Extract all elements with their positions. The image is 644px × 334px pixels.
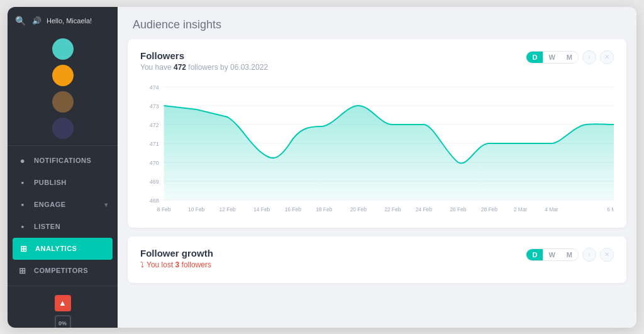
sidebar-item-competitors[interactable]: ⊞ COMPETITORS — [8, 260, 118, 282]
search-icon[interactable]: 🔍 — [13, 13, 28, 28]
svg-text:8 Feb: 8 Feb — [157, 206, 171, 212]
growth-card-header: Follower growth ⤵ You lost 3 followers D… — [140, 248, 614, 269]
avatar-3[interactable] — [52, 91, 74, 113]
listen-icon: ▪ — [18, 222, 28, 231]
avatar-1[interactable] — [52, 38, 74, 60]
sidebar-item-notifications[interactable]: ● NOTIFICATIONS — [8, 150, 118, 172]
svg-text:26 Feb: 26 Feb — [450, 206, 466, 212]
publish-icon: ▪ — [18, 178, 28, 187]
sidebar: 🔍 🔊 Hello, Micaela! ● NOTIFICATIONS ▪ PU… — [8, 7, 118, 328]
growth-arrow-icon: ⤵ — [140, 260, 144, 269]
growth-chart-next-btn[interactable]: ✕ — [600, 248, 614, 262]
sidebar-top-row: 🔍 🔊 Hello, Micaela! — [8, 7, 118, 32]
followers-card: Followers You have 472 followers by 06.0… — [128, 39, 626, 228]
svg-text:14 Feb: 14 Feb — [253, 206, 270, 212]
growth-toggle-group: D W M ‹ ✕ — [526, 248, 614, 262]
lost-count: 3 — [175, 260, 180, 269]
nav-items: ● NOTIFICATIONS ▪ PUBLISH ▪ ENGAGE ▾ ▪ L… — [8, 146, 118, 286]
avatar-2[interactable] — [52, 65, 74, 86]
svg-text:6 Mar: 6 Mar — [607, 206, 614, 212]
followers-toggle: D W M — [526, 51, 579, 64]
followers-card-left: Followers You have 472 followers by 06.0… — [140, 50, 268, 72]
percent-badge[interactable]: 0% — [55, 315, 71, 328]
svg-text:4 Mar: 4 Mar — [545, 206, 558, 212]
competitors-icon: ⊞ — [18, 266, 28, 276]
followers-chart-svg: 474 473 472 471 470 469 468 — [140, 78, 614, 216]
publish-label: PUBLISH — [34, 179, 67, 186]
svg-text:24 Feb: 24 Feb — [416, 206, 432, 212]
alert-badge[interactable]: ▲ — [55, 295, 71, 311]
followers-chart: 474 473 472 471 470 469 468 — [140, 78, 614, 216]
svg-text:469: 469 — [150, 178, 159, 184]
followers-count: 472 — [174, 63, 186, 72]
growth-toggle-w[interactable]: W — [543, 249, 560, 260]
svg-text:16 Feb: 16 Feb — [285, 206, 301, 212]
chart-next-btn[interactable]: ✕ — [600, 50, 614, 64]
percent-label: 0% — [58, 320, 67, 326]
alert-icon: ▲ — [58, 298, 67, 308]
svg-text:470: 470 — [150, 159, 159, 165]
svg-text:471: 471 — [150, 140, 159, 147]
main-content: Audience insights Followers You have 472… — [118, 7, 636, 328]
svg-text:22 Feb: 22 Feb — [384, 206, 401, 212]
svg-text:28 Feb: 28 Feb — [481, 206, 497, 212]
app-container: 🔍 🔊 Hello, Micaela! ● NOTIFICATIONS ▪ PU… — [8, 7, 636, 328]
speaker-icon: 🔊 — [32, 16, 42, 25]
svg-text:468: 468 — [150, 197, 159, 203]
svg-text:473: 473 — [150, 103, 159, 109]
greeting-text: Hello, Micaela! — [47, 17, 92, 25]
avatar-4[interactable] — [52, 118, 74, 139]
growth-card-subtitle: ⤵ You lost 3 followers — [140, 260, 213, 269]
chart-prev-btn[interactable]: ‹ — [582, 50, 596, 64]
sidebar-avatars — [8, 32, 118, 146]
engage-arrow: ▾ — [104, 201, 108, 208]
followers-card-header: Followers You have 472 followers by 06.0… — [140, 50, 614, 72]
toggle-w[interactable]: W — [543, 52, 560, 63]
analytics-label: ANALYTICS — [35, 245, 77, 252]
svg-text:20 Feb: 20 Feb — [350, 206, 367, 212]
sidebar-item-listen[interactable]: ▪ LISTEN — [8, 216, 118, 238]
growth-toggle-d[interactable]: D — [526, 249, 543, 260]
followers-card-title: Followers — [140, 50, 268, 61]
subtitle-prefix: You have — [140, 63, 174, 72]
growth-card-title: Follower growth — [140, 248, 213, 259]
growth-card: Follower growth ⤵ You lost 3 followers D… — [128, 237, 626, 283]
growth-card-left: Follower growth ⤵ You lost 3 followers — [140, 248, 213, 269]
growth-toggle-m[interactable]: M — [561, 249, 578, 260]
page-header: Audience insights — [118, 7, 636, 39]
svg-text:10 Feb: 10 Feb — [188, 206, 204, 212]
followers-card-subtitle: You have 472 followers by 06.03.2022 — [140, 63, 268, 72]
listen-label: LISTEN — [34, 223, 60, 230]
notifications-label: NOTIFICATIONS — [34, 157, 91, 164]
analytics-icon: ⊞ — [19, 244, 29, 253]
page-title: Audience insights — [133, 18, 621, 31]
svg-text:2 Mar: 2 Mar — [514, 206, 528, 212]
sidebar-item-analytics[interactable]: ⊞ ANALYTICS — [13, 238, 113, 260]
notifications-icon: ● — [18, 156, 28, 165]
growth-toggle: D W M — [526, 248, 579, 261]
subtitle-suffix: followers by 06.03.2022 — [186, 63, 268, 72]
sidebar-item-engage[interactable]: ▪ ENGAGE ▾ — [8, 194, 118, 216]
growth-subtitle-text: You lost 3 followers — [147, 260, 211, 269]
sidebar-item-publish[interactable]: ▪ PUBLISH — [8, 172, 118, 194]
svg-text:474: 474 — [150, 84, 159, 90]
svg-text:12 Feb: 12 Feb — [219, 206, 236, 212]
competitors-label: COMPETITORS — [34, 267, 88, 274]
growth-chart-prev-btn[interactable]: ‹ — [582, 248, 596, 262]
engage-icon: ▪ — [18, 200, 28, 209]
sidebar-bottom: ▲ 0% S ⚙ ? ⇥ — [8, 286, 118, 328]
followers-toggle-group: D W M ‹ ✕ — [526, 50, 614, 64]
engage-label: ENGAGE — [34, 201, 66, 208]
svg-text:472: 472 — [150, 121, 159, 128]
svg-text:18 Feb: 18 Feb — [316, 206, 332, 212]
toggle-d[interactable]: D — [526, 52, 543, 63]
toggle-m[interactable]: M — [561, 52, 578, 63]
